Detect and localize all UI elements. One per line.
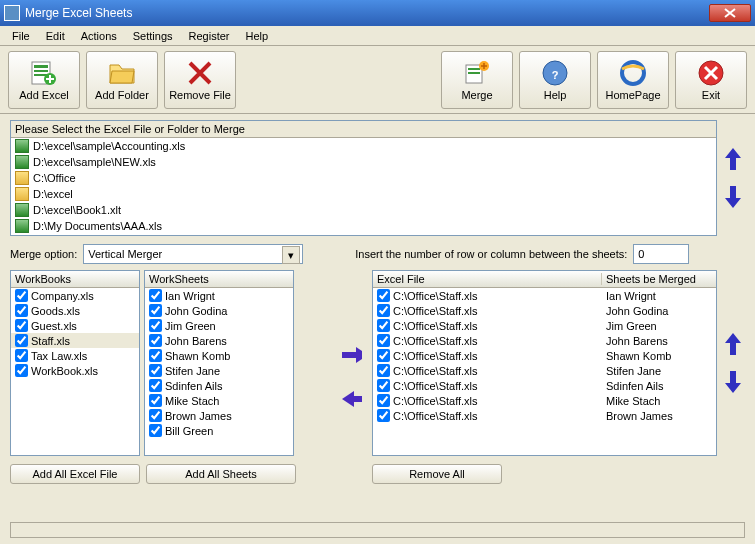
worksheet-row[interactable]: Ian Wrignt: [145, 288, 293, 303]
move-down-button[interactable]: [722, 183, 744, 211]
worksheet-name: John Godina: [165, 305, 227, 317]
merged-file: C:\Office\Staff.xls: [393, 380, 478, 392]
workbook-row[interactable]: Company.xls: [11, 288, 139, 303]
merged-row[interactable]: C:\Office\Staff.xlsShawn Komb: [373, 348, 716, 363]
add-sheet-button[interactable]: [340, 341, 362, 369]
worksheet-row[interactable]: Sdinfen Ails: [145, 378, 293, 393]
merged-checkbox[interactable]: [377, 319, 390, 332]
menu-file[interactable]: File: [4, 28, 38, 44]
worksheets-list[interactable]: WorkSheets Ian WrigntJohn GodinaJim Gree…: [144, 270, 294, 456]
file-row[interactable]: D:\excel: [11, 186, 716, 202]
worksheet-row[interactable]: Mike Stach: [145, 393, 293, 408]
worksheet-checkbox[interactable]: [149, 304, 162, 317]
merged-checkbox[interactable]: [377, 364, 390, 377]
worksheet-checkbox[interactable]: [149, 394, 162, 407]
merge-option-select[interactable]: Vertical Merger: [83, 244, 303, 264]
toolbar-label: HomePage: [605, 89, 660, 101]
worksheet-checkbox[interactable]: [149, 334, 162, 347]
merged-checkbox[interactable]: [377, 349, 390, 362]
file-row[interactable]: D:\My Documents\AAA.xls: [11, 218, 716, 234]
add-all-sheets-button[interactable]: Add All Sheets: [146, 464, 296, 484]
workbook-checkbox[interactable]: [15, 304, 28, 317]
merged-row[interactable]: C:\Office\Staff.xlsMike Stach: [373, 393, 716, 408]
window-title: Merge Excel Sheets: [25, 6, 709, 20]
worksheet-name: Jim Green: [165, 320, 216, 332]
worksheet-row[interactable]: Bill Green: [145, 423, 293, 438]
merged-row[interactable]: C:\Office\Staff.xlsSdinfen Ails: [373, 378, 716, 393]
merge-option-label: Merge option:: [10, 248, 77, 260]
worksheet-name: Mike Stach: [165, 395, 219, 407]
insert-row-input[interactable]: [633, 244, 689, 264]
file-list[interactable]: Please Select the Excel File or Folder t…: [10, 120, 717, 236]
homepage-button[interactable]: HomePage: [597, 51, 669, 109]
worksheet-checkbox[interactable]: [149, 289, 162, 302]
menu-help[interactable]: Help: [238, 28, 277, 44]
workbook-row[interactable]: Guest.xls: [11, 318, 139, 333]
worksheet-checkbox[interactable]: [149, 364, 162, 377]
toolbar-label: Add Folder: [95, 89, 149, 101]
worksheet-row[interactable]: Brown James: [145, 408, 293, 423]
workbook-row[interactable]: Goods.xls: [11, 303, 139, 318]
file-row[interactable]: C:\Office: [11, 170, 716, 186]
remove-all-button[interactable]: Remove All: [372, 464, 502, 484]
remove-sheet-button[interactable]: [340, 385, 362, 413]
worksheet-checkbox[interactable]: [149, 409, 162, 422]
merged-checkbox[interactable]: [377, 334, 390, 347]
worksheet-checkbox[interactable]: [149, 349, 162, 362]
file-list-header: Please Select the Excel File or Folder t…: [11, 121, 716, 138]
merged-move-up-button[interactable]: [722, 330, 744, 358]
merged-row[interactable]: C:\Office\Staff.xlsJim Green: [373, 318, 716, 333]
worksheet-row[interactable]: Stifen Jane: [145, 363, 293, 378]
merge-button[interactable]: Merge: [441, 51, 513, 109]
menu-edit[interactable]: Edit: [38, 28, 73, 44]
merged-checkbox[interactable]: [377, 379, 390, 392]
workbook-checkbox[interactable]: [15, 289, 28, 302]
merged-checkbox[interactable]: [377, 409, 390, 422]
workbook-checkbox[interactable]: [15, 334, 28, 347]
close-button[interactable]: [709, 4, 751, 22]
workbook-checkbox[interactable]: [15, 364, 28, 377]
file-row[interactable]: D:\excel\sample\NEW.xls: [11, 154, 716, 170]
merged-row[interactable]: C:\Office\Staff.xlsStifen Jane: [373, 363, 716, 378]
menu-register[interactable]: Register: [181, 28, 238, 44]
worksheet-row[interactable]: Jim Green: [145, 318, 293, 333]
add-excel-button[interactable]: Add Excel: [8, 51, 80, 109]
move-up-button[interactable]: [722, 145, 744, 173]
workbook-checkbox[interactable]: [15, 349, 28, 362]
menubar: File Edit Actions Settings Register Help: [0, 26, 755, 46]
worksheet-row[interactable]: Shawn Komb: [145, 348, 293, 363]
menu-settings[interactable]: Settings: [125, 28, 181, 44]
merged-list[interactable]: Excel File Sheets be Merged C:\Office\St…: [372, 270, 717, 456]
exit-icon: [697, 59, 725, 87]
merged-sheet: Jim Green: [602, 320, 712, 332]
workbook-row[interactable]: WorkBook.xls: [11, 363, 139, 378]
merged-move-down-button[interactable]: [722, 368, 744, 396]
worksheet-name: Sdinfen Ails: [165, 380, 222, 392]
menu-actions[interactable]: Actions: [73, 28, 125, 44]
help-button[interactable]: ? Help: [519, 51, 591, 109]
merged-sheet: John Godina: [602, 305, 712, 317]
worksheet-checkbox[interactable]: [149, 424, 162, 437]
workbooks-list[interactable]: WorkBooks Company.xlsGoods.xlsGuest.xlsS…: [10, 270, 140, 456]
remove-file-button[interactable]: Remove File: [164, 51, 236, 109]
exit-button[interactable]: Exit: [675, 51, 747, 109]
worksheet-checkbox[interactable]: [149, 379, 162, 392]
add-folder-button[interactable]: Add Folder: [86, 51, 158, 109]
file-row[interactable]: D:\excel\Book1.xlt: [11, 202, 716, 218]
workbook-row[interactable]: Staff.xls: [11, 333, 139, 348]
worksheet-checkbox[interactable]: [149, 319, 162, 332]
worksheet-row[interactable]: John Barens: [145, 333, 293, 348]
excel-icon: [15, 203, 29, 217]
merged-checkbox[interactable]: [377, 394, 390, 407]
merged-row[interactable]: C:\Office\Staff.xlsBrown James: [373, 408, 716, 423]
workbook-row[interactable]: Tax Law.xls: [11, 348, 139, 363]
merged-row[interactable]: C:\Office\Staff.xlsIan Wrignt: [373, 288, 716, 303]
workbook-checkbox[interactable]: [15, 319, 28, 332]
add-all-excel-button[interactable]: Add All Excel File: [10, 464, 140, 484]
file-row[interactable]: D:\excel\sample\Accounting.xls: [11, 138, 716, 154]
worksheet-row[interactable]: John Godina: [145, 303, 293, 318]
merged-checkbox[interactable]: [377, 289, 390, 302]
merged-checkbox[interactable]: [377, 304, 390, 317]
merged-row[interactable]: C:\Office\Staff.xlsJohn Barens: [373, 333, 716, 348]
merged-row[interactable]: C:\Office\Staff.xlsJohn Godina: [373, 303, 716, 318]
